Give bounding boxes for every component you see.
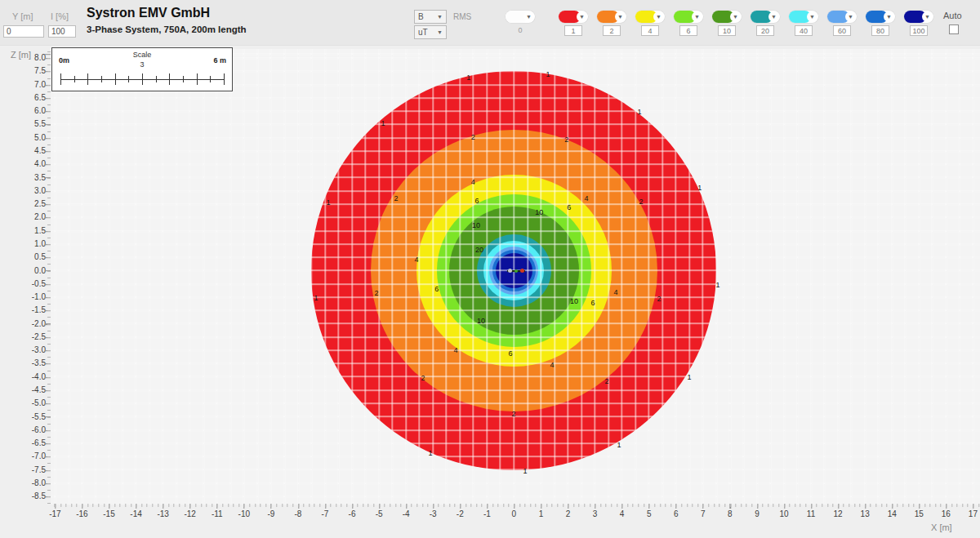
x-tick-label: -13: [157, 509, 168, 518]
auto-scale-checkbox[interactable]: [949, 24, 959, 34]
scale-color-pill-1[interactable]: ▼: [559, 11, 588, 23]
chevron-down-icon[interactable]: ▼: [884, 11, 894, 22]
x-tick-label: 6: [674, 509, 679, 518]
x-tick-label: 3: [593, 509, 598, 518]
contour-label: 4: [415, 256, 419, 264]
contour-label: 4: [453, 347, 457, 354]
scale-color-pill-100[interactable]: ▼: [904, 11, 933, 23]
contour-label: 4: [550, 362, 554, 369]
chevron-down-icon[interactable]: ▼: [692, 11, 702, 22]
scale-ruler-tick: [142, 73, 143, 85]
scale-ruler-tick: [74, 76, 75, 82]
z-tick-label: 6.0: [16, 106, 46, 115]
scale-legend-end: 6 m: [213, 56, 226, 64]
contour-label: 1: [314, 295, 318, 302]
y-position-label: Y [m]: [12, 11, 33, 21]
z-tick-label: 2.0: [16, 212, 46, 221]
field-contour-plot[interactable]: 1111111111112222222224444446666610101010…: [51, 49, 980, 505]
x-tick-label: 2: [566, 509, 571, 518]
z-tick-label: -1.5: [16, 305, 46, 314]
contour-label: 10: [570, 297, 578, 305]
scale-color-pill-0[interactable]: ▼: [506, 11, 535, 23]
chevron-down-icon[interactable]: ▼: [577, 11, 587, 22]
scale-value-input[interactable]: 1: [564, 25, 582, 36]
scale-value-input[interactable]: 10: [718, 25, 736, 36]
scale-color-pill-40[interactable]: ▼: [789, 11, 818, 23]
x-axis-label: X [m]: [931, 522, 952, 532]
z-tick-label: -2.0: [16, 319, 46, 328]
scale-ruler-tick: [169, 73, 170, 85]
chevron-down-icon[interactable]: ▼: [730, 11, 741, 22]
chevron-down-icon[interactable]: ▼: [807, 11, 817, 22]
x-tick-label: -9: [267, 509, 274, 518]
scale-color-pill-60[interactable]: ▼: [827, 11, 857, 23]
scale-value-input[interactable]: 2: [603, 25, 621, 36]
contour-label: 2: [421, 375, 425, 382]
x-tick-label: -2: [457, 509, 464, 518]
contour-label: 1: [638, 108, 642, 115]
x-tick-label: 12: [834, 509, 843, 518]
conductor-dot-2: [514, 269, 518, 273]
z-tick-label: -0.5: [16, 279, 46, 288]
contour-label: 2: [605, 377, 609, 385]
current-percent-input[interactable]: [48, 25, 76, 38]
scale-value-input[interactable]: 20: [756, 25, 774, 36]
scale-value-input[interactable]: 6: [679, 25, 697, 36]
contour-label: 1: [715, 282, 719, 289]
contour-label: 2: [394, 194, 398, 202]
chevron-down-icon[interactable]: ▼: [615, 11, 626, 22]
z-tick-label: 0.0: [16, 266, 46, 275]
scale-color-pill-2[interactable]: ▼: [597, 11, 626, 23]
field-type-value: B: [418, 12, 424, 21]
contour-label: 6: [434, 285, 439, 292]
x-tick-label: -3: [430, 509, 437, 518]
contour-label: 4: [614, 288, 618, 296]
y-position-input[interactable]: [3, 25, 44, 38]
x-tick-label: 16: [942, 509, 951, 518]
chevron-down-icon[interactable]: ▼: [653, 11, 664, 22]
x-tick-label: 7: [701, 509, 706, 518]
contour-label: 2: [639, 198, 644, 205]
x-tick-label: 9: [755, 509, 760, 518]
scale-value-input[interactable]: 40: [795, 25, 813, 36]
z-tick-label: 2.5: [16, 199, 46, 208]
scale-color-pill-10[interactable]: ▼: [712, 11, 742, 23]
z-tick-label: -8.0: [16, 478, 46, 487]
current-percent-label: I [%]: [51, 11, 69, 21]
contour-label: 1: [697, 184, 702, 191]
scale-ruler-tick: [115, 73, 116, 85]
app-title: Systron EMV GmbH: [87, 6, 210, 20]
chevron-down-icon[interactable]: ▼: [768, 11, 779, 22]
scale-value-input[interactable]: 4: [641, 25, 659, 36]
x-tick-label: 13: [861, 509, 870, 518]
x-tick-label: -7: [322, 509, 329, 518]
x-tick-label: 17: [969, 509, 978, 518]
scale-color-pill-20[interactable]: ▼: [751, 11, 780, 23]
unit-select[interactable]: uT ▼: [414, 25, 447, 39]
scale-color-pill-6[interactable]: ▼: [674, 11, 703, 23]
scale-color-pill-4[interactable]: ▼: [635, 11, 665, 23]
chevron-down-icon[interactable]: ▼: [523, 11, 534, 22]
z-axis-label: Z [m]: [11, 50, 31, 60]
contour-label: 1: [466, 73, 470, 81]
field-type-select[interactable]: B ▼: [414, 10, 447, 24]
x-axis-minor-ticks: [51, 504, 980, 507]
x-tick-label: -14: [130, 509, 141, 518]
chevron-down-icon[interactable]: ▼: [845, 11, 856, 22]
x-tick-label: 15: [915, 509, 924, 518]
x-tick-label: -6: [349, 509, 356, 518]
x-tick-label: 11: [807, 509, 815, 518]
scale-value-input[interactable]: 60: [833, 25, 851, 36]
z-tick-label: 7.5: [16, 66, 46, 75]
x-tick-label: -1: [483, 509, 491, 518]
x-tick-label: 5: [647, 509, 652, 518]
z-tick-label: -5.0: [16, 398, 46, 407]
x-tick-label: -5: [376, 509, 383, 518]
scale-value-input[interactable]: 100: [910, 25, 928, 36]
contour-label: 1: [523, 467, 527, 474]
scale-value-input[interactable]: 80: [871, 25, 889, 36]
contour-label: 1: [428, 450, 432, 457]
contour-label: 1: [326, 198, 330, 206]
scale-color-pill-80[interactable]: ▼: [866, 11, 895, 23]
chevron-down-icon[interactable]: ▼: [922, 11, 933, 22]
